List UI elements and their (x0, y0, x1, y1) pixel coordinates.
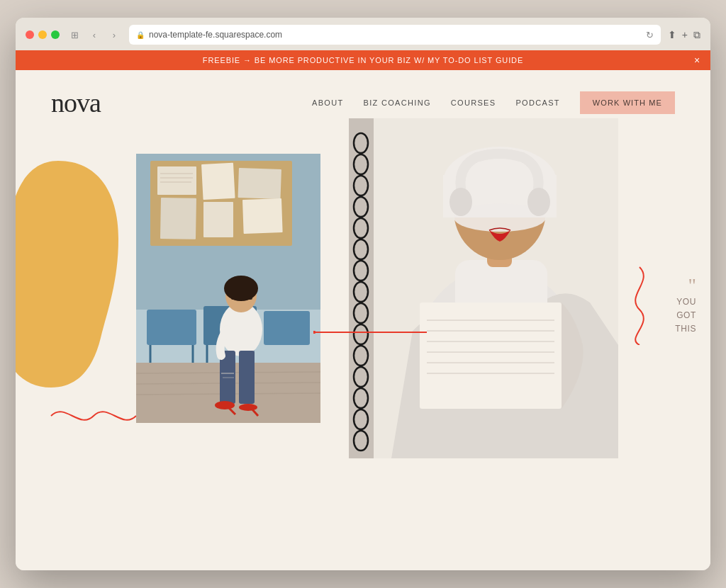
blob-decoration (16, 154, 122, 395)
refresh-button[interactable]: ↻ (646, 30, 654, 40)
announcement-banner: FREEBIE → BE MORE PRODUCTIVE IN YOUR BIZ… (16, 50, 710, 70)
nav-courses[interactable]: COURSES (451, 98, 496, 107)
svg-point-31 (215, 401, 235, 409)
minimize-traffic-light[interactable] (38, 30, 47, 39)
work-with-me-button[interactable]: WORK WITH ME (580, 91, 675, 114)
browser-chrome: ⊞ ‹ › 🔒 nova-template-fe.squarespace.com… (16, 18, 710, 50)
svg-point-63 (527, 188, 550, 216)
site-logo[interactable]: nova (51, 87, 101, 118)
new-tab-button[interactable]: + (682, 29, 688, 40)
duplicate-tab-button[interactable]: ⧉ (693, 29, 700, 41)
nav-biz-coaching[interactable]: BIZ COACHING (364, 98, 431, 107)
browser-controls: ⊞ ‹ › (67, 27, 122, 43)
announcement-text: FREEBIE → BE MORE PRODUCTIVE IN YOUR BIZ… (203, 56, 523, 64)
quote-text: " YOU GOT THIS (675, 276, 696, 337)
address-bar[interactable]: 🔒 nova-template-fe.squarespace.com ↻ (129, 25, 661, 45)
site-header: nova ABOUT BIZ COACHING COURSES PODCAST … (16, 70, 710, 132)
forward-button[interactable]: › (106, 27, 122, 43)
svg-rect-3 (157, 166, 196, 195)
banner-close-button[interactable]: × (694, 55, 700, 66)
hero-area: " YOU GOT THIS (16, 132, 710, 480)
close-traffic-light[interactable] (26, 30, 34, 39)
url-text: nova-template-fe.squarespace.com (149, 30, 282, 40)
traffic-lights (26, 30, 60, 39)
right-photo (349, 118, 618, 458)
svg-rect-8 (242, 198, 283, 234)
svg-point-26 (224, 276, 258, 301)
share-button[interactable]: ⬆ (668, 29, 676, 40)
quote-content: YOU GOT THIS (675, 295, 696, 337)
site-nav: ABOUT BIZ COACHING COURSES PODCAST WORK … (312, 91, 675, 114)
website-content: nova ABOUT BIZ COACHING COURSES PODCAST … (16, 70, 710, 570)
nav-podcast[interactable]: PODCAST (515, 98, 559, 107)
back-button[interactable]: ‹ (86, 27, 102, 43)
svg-rect-6 (160, 198, 196, 239)
svg-rect-4 (201, 163, 235, 200)
nav-about[interactable]: ABOUT (312, 98, 344, 107)
squiggle-left-decoration (44, 395, 143, 437)
right-photo-svg (349, 118, 618, 458)
sidebar-toggle-button[interactable]: ⊞ (67, 27, 82, 43)
left-hero-image (136, 154, 320, 423)
svg-rect-28 (239, 351, 255, 404)
connecting-line (313, 331, 427, 334)
left-photo (136, 154, 320, 423)
browser-window: ⊞ ‹ › 🔒 nova-template-fe.squarespace.com… (16, 18, 710, 570)
left-photo-svg (136, 154, 320, 423)
svg-rect-12 (147, 310, 196, 345)
lock-icon: 🔒 (136, 31, 145, 39)
svg-point-32 (239, 404, 257, 411)
svg-rect-14 (264, 311, 310, 345)
fullscreen-traffic-light[interactable] (51, 30, 60, 39)
right-hero-image (349, 118, 675, 458)
svg-point-62 (449, 188, 472, 216)
svg-rect-5 (238, 168, 281, 199)
svg-point-36 (313, 331, 315, 334)
svg-rect-66 (420, 303, 562, 409)
svg-rect-7 (203, 202, 233, 237)
browser-actions: ⬆ + ⧉ (668, 29, 700, 41)
quote-mark: " (675, 276, 696, 295)
